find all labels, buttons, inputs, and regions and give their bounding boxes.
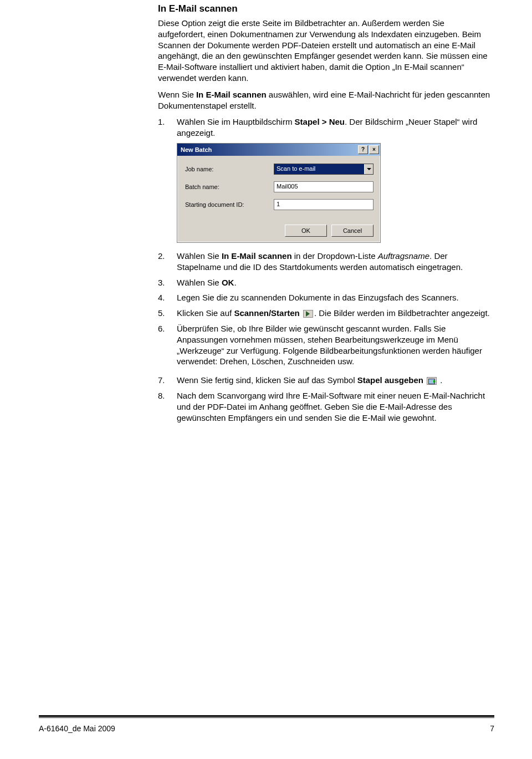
- cancel-button[interactable]: Cancel: [331, 225, 374, 237]
- list-number: 4.: [158, 292, 177, 303]
- text: in der Dropdown-Liste: [292, 251, 378, 261]
- help-button[interactable]: ?: [358, 145, 368, 154]
- text: Wenn Sie fertig sind, klicken Sie auf da…: [177, 375, 357, 385]
- batch-name-label: Batch name:: [185, 184, 274, 190]
- titlebar-buttons: ? ×: [358, 145, 379, 154]
- start-id-input[interactable]: 1: [274, 199, 374, 210]
- list-body: Wählen Sie im Hauptbildschirm Stapel > N…: [177, 116, 490, 139]
- job-name-field: Scan to e-mail: [274, 164, 374, 175]
- text: Klicken Sie auf: [177, 308, 234, 318]
- text-bold: Stapel ausgeben: [357, 375, 423, 385]
- batch-name-row: Batch name: Mail005: [185, 181, 374, 192]
- list-number: 1.: [158, 116, 177, 128]
- scan-start-icon: [303, 310, 313, 318]
- dialog-title: New Batch: [181, 146, 212, 153]
- list-body: Wählen Sie In E-Mail scannen in der Drop…: [177, 251, 490, 273]
- text-bold: OK: [222, 278, 234, 287]
- new-batch-dialog: New Batch ? × Job name: Scan to e-mail: [177, 143, 381, 243]
- cancel-label: Cancel: [343, 227, 362, 234]
- list-body: Legen Sie die zu scannenden Dokumente in…: [177, 292, 490, 303]
- list-body: Wählen Sie OK.: [177, 277, 490, 288]
- job-name-value: Scan to e-mail: [274, 164, 364, 174]
- close-icon: ×: [372, 147, 376, 152]
- batch-name-input[interactable]: Mail005: [274, 181, 374, 192]
- help-icon: ?: [361, 147, 365, 152]
- page-footer: A-61640_de Mai 2009 7: [39, 724, 494, 733]
- chevron-down-icon[interactable]: [364, 164, 373, 174]
- text: Wählen Sie: [177, 251, 222, 261]
- intro-paragraph-2: Wenn Sie In E-Mail scannen auswählen, wi…: [158, 89, 490, 111]
- section-heading: In E-Mail scannen: [158, 3, 490, 14]
- output-batch-icon: [427, 377, 437, 385]
- text-bold: Stapel > Neu: [295, 117, 345, 126]
- page-content: In E-Mail scannen Diese Option zeigt die…: [158, 3, 490, 427]
- list-body: Überprüfen Sie, ob Ihre Bilder wie gewün…: [177, 323, 490, 367]
- list-number: 6.: [158, 323, 177, 334]
- list-item: 1. Wählen Sie im Hauptbildschirm Stapel …: [158, 116, 490, 139]
- list-number: 8.: [158, 390, 177, 401]
- list-item: 7. Wenn Sie fertig sind, klicken Sie auf…: [158, 375, 490, 386]
- start-id-row: Starting document ID: 1: [185, 199, 374, 210]
- text-bold: In E-Mail scannen: [196, 90, 267, 99]
- intro-paragraph-1: Diese Option zeigt die erste Seite im Bi…: [158, 18, 490, 84]
- text: Wählen Sie: [177, 278, 222, 287]
- text: .: [438, 375, 442, 385]
- list-number: 5.: [158, 308, 177, 319]
- list-item: 5. Klicken Sie auf Scannen/Starten . Die…: [158, 308, 490, 319]
- text: .: [234, 278, 236, 287]
- start-id-field: 1: [274, 199, 374, 210]
- list-item: 8. Nach dem Scanvorgang wird Ihre E-Mail…: [158, 390, 490, 423]
- list-item: 4. Legen Sie die zu scannenden Dokumente…: [158, 292, 490, 303]
- list-number: 3.: [158, 277, 177, 288]
- start-id-label: Starting document ID:: [185, 201, 274, 208]
- dialog-body: Job name: Scan to e-mail Batch name: Mai…: [177, 156, 380, 242]
- text-bold: Scannen/Starten: [234, 308, 299, 318]
- dialog-screenshot: New Batch ? × Job name: Scan to e-mail: [177, 143, 490, 243]
- footer-rule: [39, 715, 494, 718]
- text-italic: Auftragsname: [378, 251, 429, 261]
- text: Wählen Sie im Hauptbildschirm: [177, 117, 295, 126]
- job-name-row: Job name: Scan to e-mail: [185, 164, 374, 175]
- list-number: 7.: [158, 375, 177, 386]
- job-name-label: Job name:: [185, 166, 274, 172]
- list-body: Klicken Sie auf Scannen/Starten . Die Bi…: [177, 308, 490, 319]
- dialog-titlebar: New Batch ? ×: [177, 144, 380, 156]
- dialog-buttons: OK Cancel: [185, 225, 374, 237]
- list-number: 2.: [158, 251, 177, 262]
- ok-label: OK: [301, 227, 310, 234]
- list-item: 2. Wählen Sie In E-Mail scannen in der D…: [158, 251, 490, 273]
- list-body: Nach dem Scanvorgang wird Ihre E-Mail-So…: [177, 390, 490, 423]
- ok-button[interactable]: OK: [285, 225, 327, 237]
- job-name-combobox[interactable]: Scan to e-mail: [274, 164, 374, 175]
- footer-page-number: 7: [490, 724, 494, 733]
- list-item: 3. Wählen Sie OK.: [158, 277, 490, 288]
- list-item: 6. Überprüfen Sie, ob Ihre Bilder wie ge…: [158, 323, 490, 367]
- text: . Die Bilder werden im Bildbetrachter an…: [314, 308, 490, 318]
- numbered-list: 1. Wählen Sie im Hauptbildschirm Stapel …: [158, 116, 490, 423]
- text-bold: In E-Mail scannen: [222, 251, 292, 261]
- text: Wenn Sie: [158, 90, 196, 99]
- batch-name-field: Mail005: [274, 181, 374, 192]
- close-button[interactable]: ×: [369, 145, 379, 154]
- list-body: Wenn Sie fertig sind, klicken Sie auf da…: [177, 375, 490, 386]
- footer-doc-id: A-61640_de Mai 2009: [39, 724, 115, 733]
